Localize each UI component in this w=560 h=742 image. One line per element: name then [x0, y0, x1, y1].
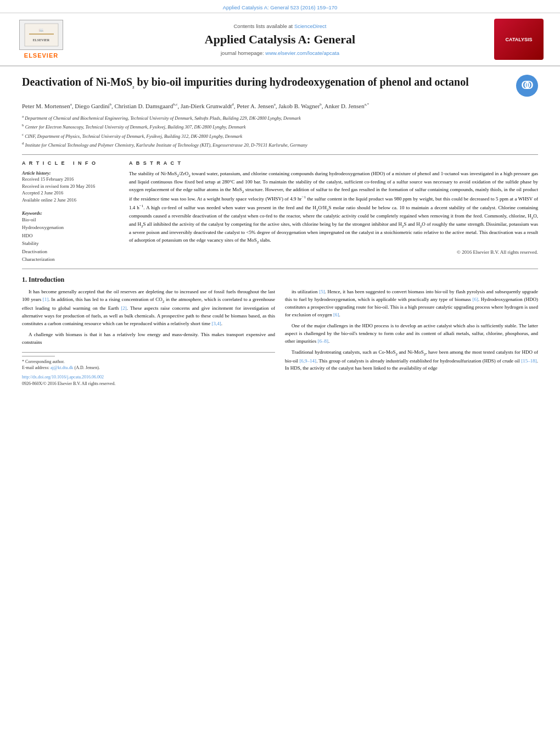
svg-text:📖: 📖 [38, 27, 43, 32]
header-content: 📖 ELSEVIER ELSEVIER Contents lists avail… [0, 13, 560, 66]
crossmark-badge: ↂ [516, 75, 538, 97]
article-info-col: A R T I C L E I N F O Article history: R… [22, 160, 118, 263]
abstract-header: A B S T R A C T [129, 160, 538, 166]
divider-1 [22, 154, 538, 155]
keyword-5: Deactivation [22, 248, 118, 255]
affiliation-d: d Institute for Chemical Technology and … [22, 141, 538, 149]
intro-p1: It has become generally accepted that th… [22, 288, 275, 327]
intro-col-left: It has become generally accepted that th… [22, 288, 275, 387]
received-date: Received 15 February 2016 [22, 176, 118, 183]
ref-15-18[interactable]: [15–18] [521, 358, 537, 364]
footnote-corresponding: * Corresponding author. [22, 359, 275, 365]
divider-2 [22, 269, 538, 269]
journal-homepage: journal homepage: www.elsevier.com/locat… [77, 50, 483, 56]
affiliations: a Department of Chemical and Biochemical… [22, 114, 538, 149]
intro-p3: its utilization [5]. Hence, it has been … [285, 288, 538, 319]
intro-title: 1. Introduction [22, 276, 538, 284]
sciencedirect-link: Contents lists available at ScienceDirec… [77, 23, 483, 29]
keyword-2: Hydrodeoxygenation [22, 224, 118, 231]
elsevier-logo-area: 📖 ELSEVIER ELSEVIER [16, 20, 66, 59]
ref-6-8[interactable]: [6–8] [318, 338, 329, 344]
article-info-header: A R T I C L E I N F O [22, 160, 118, 166]
homepage-link[interactable]: www.elsevier.com/locate/apcata [265, 50, 339, 56]
footnote-area: * Corresponding author. E-mail address: … [22, 352, 275, 371]
elsevier-logo-image: 📖 ELSEVIER [19, 20, 63, 50]
intro-body-cols: It has become generally accepted that th… [22, 288, 538, 387]
issn-text: 0926-860X/© 2016 Elsevier B.V. All right… [22, 381, 275, 387]
received-revised-date: Received in revised form 20 May 2016 [22, 183, 118, 190]
copyright-text: © 2016 Elsevier B.V. All rights reserved… [129, 249, 538, 255]
page: Applied Catalysis A: General 523 (2016) … [0, 0, 560, 742]
doi-text: http://dx.doi.org/10.1016/j.apcata.2016.… [22, 374, 275, 381]
email-link[interactable]: aj@kt.dtu.dk [51, 365, 74, 370]
history-label: Article history: [22, 170, 118, 176]
crossmark-icon: ↂ [517, 75, 537, 96]
journal-header-top: Applied Catalysis A: General 523 (2016) … [0, 0, 560, 13]
header-center: Contents lists available at ScienceDirec… [66, 23, 494, 56]
article-history-block: Article history: Received 15 February 20… [22, 170, 118, 204]
intro-p2: A challenge with biomass is that it has … [22, 331, 275, 347]
ref-6[interactable]: [6] [472, 297, 478, 302]
abstract-text: The stability of Ni-MoS2/ZrO2 toward wat… [129, 170, 538, 245]
sciencedirect-anchor[interactable]: ScienceDirect [294, 23, 327, 29]
keyword-3: HDO [22, 232, 118, 239]
intro-col-right: its utilization [5]. Hence, it has been … [285, 288, 538, 387]
available-date: Available online 2 June 2016 [22, 197, 118, 204]
ref-2[interactable]: [2] [121, 305, 127, 311]
ref-6-9-14[interactable]: [6,9–14] [299, 358, 316, 364]
keyword-1: Bio-oil [22, 216, 118, 224]
svg-rect-0 [25, 24, 58, 46]
affiliation-b: b Center for Electron Nanoscopy, Technic… [22, 122, 538, 131]
svg-rect-2 [29, 34, 54, 35]
affiliation-c: c CINF, Department of Physics, Technical… [22, 132, 538, 140]
article-title: Deactivation of Ni-MoS2 by bio-oil impur… [22, 75, 516, 90]
abstract-col: A B S T R A C T The stability of Ni-MoS2… [129, 160, 538, 263]
keyword-6: Characterization [22, 255, 118, 263]
ref-1[interactable]: [1] [43, 297, 49, 302]
intro-section: 1. Introduction It has become generally … [22, 276, 538, 387]
accepted-date: Accepted 2 June 2016 [22, 189, 118, 197]
ref-5[interactable]: [5] [319, 289, 325, 294]
keywords-section: Keywords: Bio-oil Hydrodeoxygenation HDO… [22, 210, 118, 263]
footnote-email: E-mail address: aj@kt.dtu.dk (A.D. Jense… [22, 365, 275, 371]
elsevier-label: ELSEVIER [24, 52, 58, 59]
svg-text:ↂ: ↂ [521, 80, 533, 91]
intro-p5: Traditional hydrotreating catalysts, suc… [285, 349, 538, 373]
intro-p4: One of the major challenges in the HDO p… [285, 322, 538, 345]
svg-text:ELSEVIER: ELSEVIER [32, 38, 49, 42]
keyword-4: Stability [22, 239, 118, 247]
catalysis-logo: CATALYSIS [494, 19, 544, 60]
keywords-label: Keywords: [22, 210, 118, 216]
article-title-section: Deactivation of Ni-MoS2 by bio-oil impur… [22, 75, 538, 97]
authors: Peter M. Mortensena, Diego Gardinib, Chr… [22, 102, 538, 109]
ref-6b[interactable]: [6] [333, 312, 339, 317]
ref-3-4[interactable]: [3,4] [211, 321, 221, 326]
article-info-abstract: A R T I C L E I N F O Article history: R… [22, 160, 538, 263]
article-body: Deactivation of Ni-MoS2 by bio-oil impur… [0, 66, 560, 393]
affiliation-a: a Department of Chemical and Biochemical… [22, 114, 538, 122]
elsevier-logo-svg: 📖 ELSEVIER [24, 23, 59, 47]
journal-ref: Applied Catalysis A: General 523 (2016) … [223, 4, 338, 10]
journal-title: Applied Catalysis A: General [77, 32, 483, 47]
